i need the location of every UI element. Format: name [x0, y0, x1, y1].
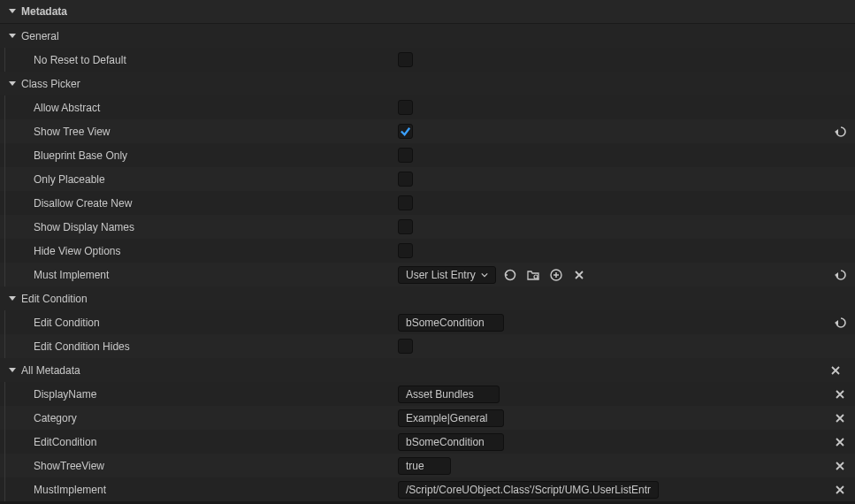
property-label: Edit Condition: [34, 317, 100, 329]
expand-icon[interactable]: [7, 6, 18, 17]
group-class-picker: Class Picker: [0, 72, 855, 95]
blueprint-base-only-checkbox[interactable]: [398, 148, 413, 163]
reset-to-default-icon[interactable]: [831, 314, 849, 332]
disallow-create-new-checkbox[interactable]: [398, 195, 413, 210]
property-label: ShowTreeView: [34, 460, 104, 472]
clear-icon[interactable]: [570, 266, 588, 284]
row-category: Category: [0, 406, 855, 430]
displayname-input[interactable]: [398, 386, 500, 403]
reset-to-default-icon[interactable]: [831, 266, 849, 284]
row-must-implement: Must Implement User List Entry: [0, 263, 855, 286]
expand-icon[interactable]: [7, 31, 18, 42]
row-disallow-create-new: Disallow Create New: [0, 191, 855, 215]
group-general: General: [0, 24, 855, 48]
property-label: Only Placeable: [34, 173, 105, 186]
property-label: Show Tree View: [34, 126, 111, 138]
row-blueprint-base-only: Blueprint Base Only: [0, 143, 855, 167]
editcondition-meta-input[interactable]: [398, 433, 504, 451]
group-title: General: [21, 30, 59, 42]
use-selected-icon[interactable]: [501, 266, 519, 284]
remove-icon[interactable]: [831, 409, 849, 427]
remove-icon[interactable]: [827, 362, 844, 379]
property-label: Must Implement: [34, 269, 109, 281]
no-reset-checkbox[interactable]: [398, 52, 413, 67]
property-label: DisplayName: [34, 388, 96, 401]
expand-icon[interactable]: [7, 365, 18, 376]
add-new-icon[interactable]: [547, 266, 565, 284]
remove-icon[interactable]: [831, 481, 849, 499]
property-label: Disallow Create New: [34, 197, 132, 210]
group-all-metadata: All Metadata: [0, 358, 855, 382]
expand-icon[interactable]: [7, 79, 18, 89]
property-label: EditCondition: [34, 436, 96, 448]
group-title: Edit Condition: [21, 293, 88, 305]
row-showtreeview-meta: ShowTreeView: [0, 454, 855, 477]
remove-icon[interactable]: [831, 433, 849, 451]
show-tree-view-checkbox[interactable]: [398, 124, 413, 139]
hide-view-options-checkbox[interactable]: [398, 243, 413, 258]
row-hide-view-options: Hide View Options: [0, 239, 855, 263]
browse-icon[interactable]: [524, 266, 542, 284]
expand-icon[interactable]: [7, 294, 18, 304]
row-show-display-names: Show Display Names: [0, 215, 855, 239]
property-label: Category: [34, 412, 77, 424]
property-label: Hide View Options: [34, 245, 121, 257]
edit-condition-hides-checkbox[interactable]: [398, 339, 413, 354]
edit-condition-input[interactable]: [398, 314, 504, 332]
remove-icon[interactable]: [831, 386, 849, 403]
category-input[interactable]: [398, 409, 504, 427]
svg-point-1: [534, 275, 538, 279]
panel-title: Metadata: [21, 5, 67, 18]
dropdown-value: User List Entry: [406, 269, 476, 281]
row-allow-abstract: Allow Abstract: [0, 95, 855, 119]
remove-icon[interactable]: [831, 457, 849, 475]
must-implement-dropdown[interactable]: User List Entry: [398, 266, 496, 284]
group-edit-condition: Edit Condition: [0, 286, 855, 310]
row-no-reset-to-default: No Reset to Default: [0, 48, 855, 72]
show-display-names-checkbox[interactable]: [398, 219, 413, 234]
row-only-placeable: Only Placeable: [0, 167, 855, 191]
property-label: No Reset to Default: [34, 54, 126, 66]
allow-abstract-checkbox[interactable]: [398, 100, 413, 115]
reset-to-default-icon[interactable]: [831, 123, 849, 141]
panel-header: Metadata: [0, 0, 855, 24]
group-title: All Metadata: [21, 364, 80, 377]
row-editcondition-meta: EditCondition: [0, 430, 855, 454]
row-displayname: DisplayName: [0, 382, 855, 406]
property-label: Allow Abstract: [34, 102, 100, 114]
row-mustimplement-meta: MustImplement: [0, 477, 855, 501]
row-edit-condition: Edit Condition: [0, 310, 855, 334]
mustimplement-meta-input[interactable]: [398, 481, 659, 499]
property-label: Blueprint Base Only: [34, 149, 127, 162]
group-title: Class Picker: [21, 78, 80, 90]
property-label: Show Display Names: [34, 221, 134, 233]
showtreeview-meta-input[interactable]: [398, 457, 451, 475]
row-edit-condition-hides: Edit Condition Hides: [0, 334, 855, 358]
property-label: MustImplement: [34, 484, 106, 496]
only-placeable-checkbox[interactable]: [398, 172, 413, 187]
property-label: Edit Condition Hides: [34, 340, 130, 353]
row-show-tree-view: Show Tree View: [0, 119, 855, 143]
